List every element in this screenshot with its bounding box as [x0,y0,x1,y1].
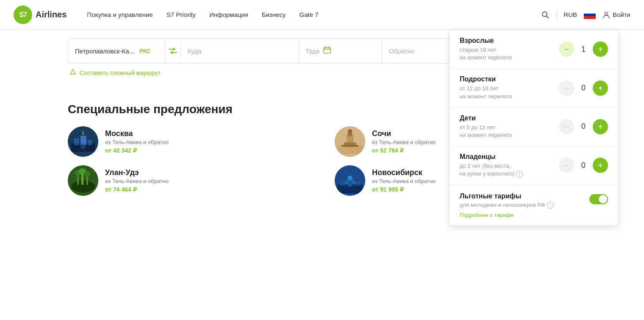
origin-text: Петропавловск-Ка... [75,47,134,55]
infants-row: Младенцы до 2 лет (без места, на руках у… [450,146,618,185]
children-minus-button[interactable]: − [559,119,574,134]
teenagers-minus-button[interactable]: − [559,81,574,96]
teenagers-title: Подростки [460,75,559,83]
discount-tariff-row: Льготные тарифы для молодежи и пенсионер… [450,185,618,225]
offer-city-sochi: Сочи [372,129,436,138]
divider [556,11,557,19]
infants-title: Младенцы [460,153,559,161]
complex-route-icon [69,69,76,77]
destination-field[interactable]: Куда [181,39,299,63]
children-controls: − 0 + [559,119,608,134]
svg-rect-10 [80,136,86,145]
svg-rect-3 [324,47,330,53]
adults-info: Взрослые старше 18 лет на момент перелет… [460,37,559,61]
search-section: Петропавловск-Ка... РКС Куда Туда [0,30,644,86]
svg-point-17 [348,129,352,134]
children-plus-button[interactable]: + [593,119,608,134]
offer-image-moscow [68,126,98,157]
infants-controls: − 0 + [559,158,608,173]
offer-price-novosibirsk: от 91 995 ₽ [372,186,436,193]
complex-route-link[interactable]: Составить сложный маршрут [80,70,161,76]
signin-label: Войти [613,11,630,18]
adults-count: 1 [579,45,588,54]
children-count: 0 [579,122,588,131]
swap-button[interactable] [166,43,181,58]
adults-row: Взрослые старше 18 лет на момент перелет… [450,30,618,69]
header: S7 Airlines Покупка и управление S7 Prio… [0,0,644,30]
origin-code: РКС [139,48,150,54]
logo[interactable]: S7 Airlines [14,6,67,24]
offer-city-moscow: Москва [105,129,169,138]
discount-tariff-title: Льготные тарифы [460,192,589,200]
svg-rect-33 [354,181,361,186]
offer-details-sochi: Сочи из Тель-Авива и обратно от 52 784 ₽ [372,129,436,154]
children-subtitle: от 0 до 12 лет на момент перелета [460,124,559,139]
infants-count: 0 [579,161,588,170]
nav-item-business[interactable]: Бизнесу [262,11,286,18]
discount-tariff-toggle[interactable] [589,194,608,204]
offer-price-moscow: от 42 342 ₽ [105,147,169,154]
discount-tariff-subtitle: для молодежи и пенсионеров РФ i [460,202,589,209]
offer-image-novosibirsk [335,165,365,196]
nav-item-priority[interactable]: S7 Priority [167,11,196,18]
svg-rect-19 [341,145,358,147]
adults-title: Взрослые [460,37,559,45]
offer-image-sochi [335,126,365,157]
teenagers-count: 0 [579,83,588,92]
infants-plus-button[interactable]: + [593,158,608,173]
svg-rect-32 [339,181,346,186]
teenagers-subtitle: от 12 до 18 лет на момент перелета [460,85,559,100]
logo-brand: Airlines [36,10,67,19]
offer-route-novosibirsk: из Тель-Авива и обратно [372,178,436,184]
nav-item-buy[interactable]: Покупка и управление [87,11,153,18]
offer-price-ulan-ude: от 74 464 ₽ [105,186,169,193]
discount-tariff-link[interactable]: Подробнее о тарифе [460,212,514,218]
offer-route-sochi: из Тель-Авива и обратно [372,139,436,145]
date-departure-placeholder: Туда [305,47,319,55]
offer-route-moscow: из Тель-Авива и обратно [105,139,169,145]
destination-placeholder: Куда [188,47,202,55]
svg-line-1 [547,16,549,18]
teenagers-controls: − 0 + [559,81,608,96]
infants-info: Младенцы до 2 лет (без места, на руках у… [460,153,559,178]
offer-details-novosibirsk: Новосибирск из Тель-Авива и обратно от 9… [372,168,436,193]
header-right: RUB Войти [541,11,630,19]
infants-minus-button[interactable]: − [559,158,574,173]
adults-controls: − 1 + [559,42,608,57]
svg-point-31 [347,175,353,181]
offer-details-moscow: Москва из Тель-Авива и обратно от 42 342… [105,129,169,154]
offer-city-ulan-ude: Улан-Удэ [105,168,169,177]
infants-info-icon[interactable]: i [516,171,523,178]
search-icon[interactable] [541,11,550,19]
nav-item-info[interactable]: Информация [209,11,248,18]
offer-route-ulan-ude: из Тель-Авива и обратно [105,178,169,184]
infants-subtitle: до 2 лет (без места, на руках у взрослог… [460,162,559,178]
offer-card-ulan-ude[interactable]: Улан-Удэ из Тель-Авива и обратно от 74 4… [68,165,309,196]
adults-minus-button[interactable]: − [559,42,574,57]
currency-selector[interactable]: RUB [564,11,577,18]
logo-icon: S7 [14,6,32,24]
children-title: Дети [460,114,559,122]
offer-city-novosibirsk: Новосибирск [372,168,436,177]
offer-image-ulan-ude [68,165,98,196]
svg-rect-9 [74,138,79,145]
origin-field[interactable]: Петропавловск-Ка... РКС [68,39,166,63]
children-row: Дети от 0 до 12 лет на момент перелета −… [450,108,618,146]
nav-item-gate7[interactable]: Gate 7 [300,11,319,18]
offer-card-moscow[interactable]: Москва из Тель-Авива и обратно от 42 342… [68,126,309,157]
teenagers-row: Подростки от 12 до 18 лет на момент пере… [450,69,618,107]
offer-details-ulan-ude: Улан-Удэ из Тель-Авива и обратно от 74 4… [105,168,169,193]
toggle-knob [599,195,607,203]
children-info: Дети от 0 до 12 лет на момент перелета [460,114,559,139]
adults-subtitle: старше 18 лет на момент перелета [460,46,559,61]
calendar-icon [323,46,331,56]
teenagers-info: Подростки от 12 до 18 лет на момент пере… [460,75,559,100]
date-departure-field[interactable]: Туда [299,39,382,63]
discount-info-icon[interactable]: i [547,202,554,209]
teenagers-plus-button[interactable]: + [593,81,608,96]
language-flag[interactable] [584,11,596,19]
discount-tariff-info: Льготные тарифы для молодежи и пенсионер… [460,192,589,219]
adults-plus-button[interactable]: + [593,42,608,57]
svg-point-12 [80,144,86,149]
signin-button[interactable]: Войти [602,11,630,19]
